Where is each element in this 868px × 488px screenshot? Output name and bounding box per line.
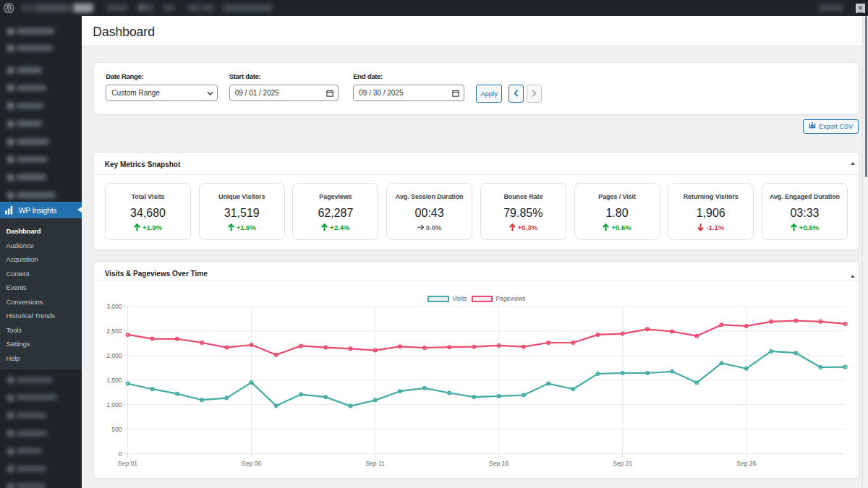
svg-text:3,000: 3,000	[106, 303, 122, 310]
svg-text:2,000: 2,000	[106, 352, 122, 359]
svg-text:1,000: 1,000	[106, 401, 122, 408]
svg-text:1,500: 1,500	[106, 377, 122, 384]
svg-text:Sep 21: Sep 21	[613, 460, 632, 467]
svg-text:Sep 01: Sep 01	[118, 460, 137, 467]
svg-text:Sep 06: Sep 06	[242, 460, 261, 467]
svg-text:Sep 11: Sep 11	[365, 460, 385, 467]
svg-text:2,500: 2,500	[106, 328, 122, 335]
svg-text:Sep 16: Sep 16	[489, 460, 509, 467]
svg-text:0: 0	[119, 450, 122, 458]
svg-text:500: 500	[111, 426, 122, 433]
svg-text:Sep 26: Sep 26	[736, 460, 756, 467]
